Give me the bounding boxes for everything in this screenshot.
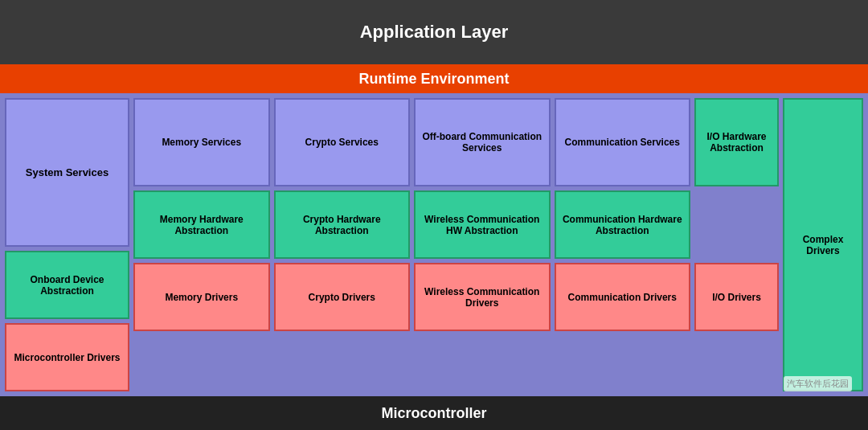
wireless-comm-drivers-box: Wireless Communication Drivers	[414, 263, 551, 331]
wireless-hw-abstraction-box: Wireless Communication HW Abstraction	[414, 190, 551, 259]
watermark: 汽车软件后花园	[784, 376, 852, 391]
microcontroller-drivers-label: Microcontroller Drivers	[14, 352, 120, 363]
crypto-hw-abstraction-label: Crypto Hardware Abstraction	[280, 214, 405, 236]
io-hw-abstraction-label: I/O Hardware Abstraction	[700, 131, 773, 154]
comm-hw-abstraction-label: Communication Hardware Abstraction	[560, 214, 686, 236]
middle-cols: Memory Services Memory Hardware Abstract…	[133, 98, 690, 391]
diagram-outer: Application Layer Runtime Environment Sy…	[0, 0, 868, 430]
runtime-env-label: Runtime Environment	[358, 71, 509, 88]
crypto-drivers-label: Crypto Drivers	[309, 292, 375, 303]
memory-services-label: Memory Services	[162, 137, 241, 148]
diagram-wrapper: Application Layer Runtime Environment Sy…	[0, 0, 868, 430]
wireless-comm-drivers-label: Wireless Communication Drivers	[420, 286, 545, 309]
crypto-services-label: Crypto Services	[305, 137, 379, 148]
crypto-hw-abstraction-box: Crypto Hardware Abstraction	[274, 190, 411, 259]
offboard-comm-services-box: Off-board Communication Services	[414, 98, 551, 186]
memory-hw-abstraction-label: Memory Hardware Abstraction	[139, 214, 264, 236]
comm-services-box: Communication Services	[555, 98, 691, 186]
complex-drivers-box: Complex Drivers	[783, 98, 863, 391]
io-col: I/O Hardware Abstraction I/O Drivers	[694, 98, 779, 391]
onboard-abstraction-label: Onboard Device Abstraction	[10, 274, 124, 297]
comm-services-label: Communication Services	[565, 137, 680, 148]
application-layer: Application Layer	[0, 0, 868, 64]
complex-drivers-label: Complex Drivers	[788, 234, 858, 256]
offboard-comm-services-label: Off-board Communication Services	[420, 131, 545, 154]
crypto-services-box: Crypto Services	[274, 98, 411, 186]
microcontroller-bar: Microcontroller	[0, 396, 868, 430]
application-layer-label: Application Layer	[360, 22, 509, 43]
memory-services-box: Memory Services	[133, 98, 270, 186]
comm-services-col: Communication Services Communication Har…	[555, 98, 691, 391]
io-drivers-box: I/O Drivers	[694, 263, 779, 331]
microcontroller-label: Microcontroller	[381, 405, 486, 422]
crypto-col: Crypto Services Crypto Hardware Abstract…	[274, 98, 411, 391]
io-hw-abstraction-box: I/O Hardware Abstraction	[694, 98, 779, 186]
microcontroller-drivers-box: Microcontroller Drivers	[5, 323, 129, 391]
complex-col: Complex Drivers	[783, 98, 863, 391]
system-services-box: System Services	[5, 98, 129, 247]
system-services-col: System Services Onboard Device Abstracti…	[5, 98, 129, 391]
memory-drivers-box: Memory Drivers	[133, 263, 270, 331]
crypto-drivers-box: Crypto Drivers	[274, 263, 411, 331]
runtime-environment: Runtime Environment	[0, 64, 868, 93]
wireless-hw-abstraction-label: Wireless Communication HW Abstraction	[420, 214, 545, 236]
comm-drivers-label: Communication Drivers	[568, 292, 677, 303]
io-drivers-label: I/O Drivers	[712, 292, 761, 303]
main-content: System Services Onboard Device Abstracti…	[0, 93, 868, 396]
io-hw-empty	[694, 190, 779, 259]
onboard-abstraction-box: Onboard Device Abstraction	[5, 251, 129, 319]
watermark-text: 汽车软件后花园	[787, 379, 849, 388]
memory-drivers-label: Memory Drivers	[165, 292, 238, 303]
offboard-comm-col: Off-board Communication Services Wireles…	[414, 98, 551, 391]
system-services-label: System Services	[26, 166, 108, 178]
comm-hw-abstraction-box: Communication Hardware Abstraction	[555, 190, 691, 259]
comm-drivers-box: Communication Drivers	[555, 263, 691, 331]
memory-hw-abstraction-box: Memory Hardware Abstraction	[133, 190, 270, 259]
memory-col: Memory Services Memory Hardware Abstract…	[133, 98, 270, 391]
right-cols: I/O Hardware Abstraction I/O Drivers Com…	[694, 98, 863, 391]
